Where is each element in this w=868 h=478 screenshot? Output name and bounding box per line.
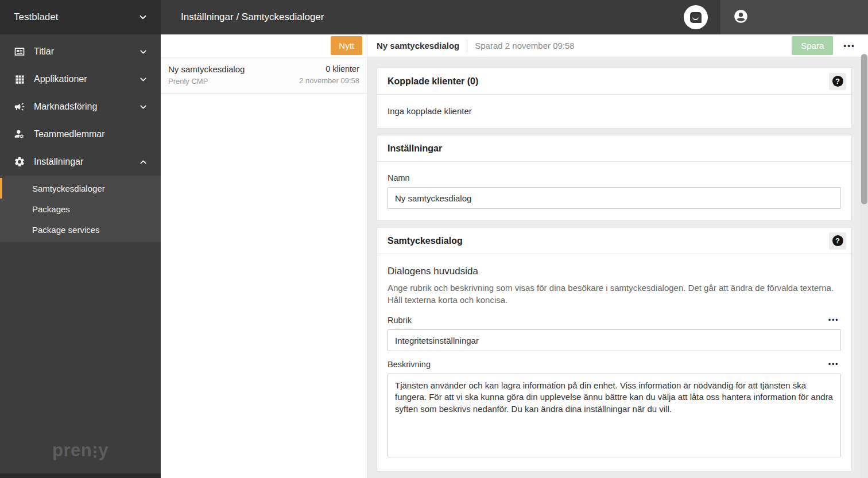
sidebar-footer-bar bbox=[0, 473, 161, 478]
list-item-left: Ny samtyckesdialog Prenly CMP bbox=[168, 64, 245, 86]
card-header: Inställningar bbox=[377, 135, 851, 162]
help-button[interactable]: ? bbox=[829, 73, 846, 90]
connected-clients-card: Kopplade klienter (0) ? Inga kopplade kl… bbox=[377, 68, 852, 129]
name-input[interactable] bbox=[388, 187, 841, 209]
help-button[interactable]: ? bbox=[829, 232, 846, 250]
sidebar-item-package-services[interactable]: Package services bbox=[0, 219, 161, 240]
chevron-down-icon bbox=[138, 102, 148, 112]
beskrivning-label: Beskrivning bbox=[388, 360, 431, 369]
section-description: Ange rubrik och beskrivning som visas fö… bbox=[388, 282, 841, 306]
ellipsis-icon: ••• bbox=[828, 360, 839, 368]
list-item-clients: 0 klienter bbox=[299, 64, 359, 73]
sidebar-item-titlar[interactable]: Titlar bbox=[0, 38, 161, 65]
sidebar-item-label: Marknadsföring bbox=[34, 102, 97, 112]
logo-dots-icon bbox=[94, 446, 96, 458]
name-label: Namn bbox=[388, 173, 841, 182]
sidebar-item-label: Inställningar bbox=[34, 157, 83, 167]
org-switcher[interactable]: Testbladet bbox=[0, 0, 161, 34]
support-chat-button[interactable] bbox=[684, 5, 708, 29]
list-item-date: 2 november 09:58 bbox=[299, 76, 359, 85]
breadcrumb: Inställningar / Samtyckesdialoger bbox=[161, 11, 324, 23]
document-header: Ny samtyckesdialog Sparad 2 november 09:… bbox=[367, 34, 868, 57]
document-title: Ny samtyckesdialog bbox=[377, 41, 459, 50]
rubrik-more-button[interactable]: ••• bbox=[826, 314, 841, 325]
divider bbox=[467, 40, 467, 52]
sub-item-label: Samtyckesdialoger bbox=[32, 184, 105, 193]
sub-item-label: Package services bbox=[32, 225, 100, 235]
card-body: Dialogens huvudsida Ange rubrik och besk… bbox=[377, 254, 851, 471]
sidebar-nav: Titlar Applikationer Marknadsföring bbox=[0, 34, 161, 242]
sub-item-label: Packages bbox=[32, 204, 70, 214]
team-member-icon bbox=[14, 129, 25, 140]
chevron-up-icon bbox=[138, 157, 148, 167]
list-item-right: 0 klienter 2 november 09:58 bbox=[299, 64, 359, 86]
main-column: Inställningar / Samtyckesdialoger Nytt N… bbox=[161, 0, 868, 478]
card-body: Namn bbox=[377, 162, 851, 220]
consent-dialog-card: Samtyckesdialog ? Dialogens huvudsida An… bbox=[377, 227, 852, 472]
card-header: Kopplade klienter (0) ? bbox=[377, 68, 851, 95]
card-body: Inga kopplade klienter bbox=[377, 95, 851, 128]
topbar: Inställningar / Samtyckesdialoger bbox=[161, 0, 868, 34]
ellipsis-icon: ••• bbox=[843, 41, 855, 50]
chevron-down-icon bbox=[138, 12, 148, 22]
scrollbar[interactable] bbox=[861, 57, 868, 478]
card-title: Samtyckesdialog bbox=[388, 236, 463, 246]
rubrik-label: Rubrik bbox=[388, 316, 412, 325]
card-title: Inställningar bbox=[388, 143, 442, 154]
card-title: Kopplade klienter (0) bbox=[388, 76, 478, 87]
list-panel-header: Nytt bbox=[161, 34, 367, 57]
account-button[interactable] bbox=[733, 9, 749, 26]
consent-dialog-list: Ny samtyckesdialog Prenly CMP 0 klienter… bbox=[161, 57, 367, 478]
section-title: Dialogens huvudsida bbox=[388, 266, 841, 277]
topbar-right-section bbox=[720, 0, 868, 34]
ellipsis-icon: ••• bbox=[828, 316, 839, 324]
beskrivning-textarea[interactable]: Tjänsten använder och kan lagra informat… bbox=[388, 374, 841, 457]
settings-card: Inställningar Namn bbox=[377, 135, 852, 221]
sidebar-item-packages[interactable]: Packages bbox=[0, 199, 161, 219]
help-icon: ? bbox=[832, 235, 843, 246]
save-button[interactable]: Spara bbox=[792, 36, 833, 55]
newspaper-icon bbox=[14, 46, 25, 57]
card-header: Samtyckesdialog ? bbox=[377, 228, 851, 254]
logo-text: y bbox=[98, 440, 108, 461]
rubrik-field-row: Rubrik ••• bbox=[388, 314, 841, 325]
sidebar-item-marknadsforing[interactable]: Marknadsföring bbox=[0, 93, 161, 121]
beskrivning-more-button[interactable]: ••• bbox=[826, 359, 841, 370]
subheader: Nytt Ny samtyckesdialog Sparad 2 novembe… bbox=[161, 34, 868, 57]
sidebar-item-samtyckesdialoger[interactable]: Samtyckesdialoger bbox=[0, 178, 161, 199]
sidebar-item-label: Applikationer bbox=[34, 74, 87, 84]
apps-grid-icon bbox=[14, 73, 25, 85]
scrollbar-thumb[interactable] bbox=[861, 54, 867, 204]
org-name: Testbladet bbox=[14, 11, 59, 23]
settings-submenu: Samtyckesdialoger Packages Package servi… bbox=[0, 176, 161, 242]
megaphone-icon bbox=[14, 101, 25, 112]
account-circle-icon bbox=[733, 9, 749, 26]
sidebar-item-installningar[interactable]: Inställningar bbox=[0, 148, 161, 176]
empty-clients-text: Inga kopplade klienter bbox=[388, 106, 472, 116]
new-item-button[interactable]: Nytt bbox=[331, 36, 362, 55]
rubrik-input[interactable] bbox=[388, 329, 841, 351]
sidebar-item-label: Titlar bbox=[34, 46, 54, 57]
sidebar-item-label: Teammedlemmar bbox=[34, 129, 105, 139]
content-area: Ny samtyckesdialog Prenly CMP 0 klienter… bbox=[161, 57, 868, 478]
chat-bubble-icon bbox=[690, 12, 702, 23]
chevron-down-icon bbox=[138, 47, 148, 57]
help-icon: ? bbox=[832, 76, 843, 87]
logo-text: pren bbox=[52, 440, 92, 461]
detail-panel: Kopplade klienter (0) ? Inga kopplade kl… bbox=[367, 57, 868, 478]
list-item[interactable]: Ny samtyckesdialog Prenly CMP 0 klienter… bbox=[161, 57, 367, 94]
beskrivning-field-row: Beskrivning ••• bbox=[388, 359, 841, 370]
chevron-down-icon bbox=[138, 75, 148, 84]
gear-icon bbox=[14, 156, 25, 168]
prenly-logo: pren y bbox=[52, 440, 108, 461]
more-options-button[interactable]: ••• bbox=[842, 39, 857, 53]
save-status: Sparad 2 november 09:58 bbox=[475, 41, 574, 50]
list-item-subtitle: Prenly CMP bbox=[168, 77, 245, 86]
sidebar-item-applikationer[interactable]: Applikationer bbox=[0, 65, 161, 93]
sidebar: Testbladet Titlar Applikationer bbox=[0, 0, 161, 478]
sidebar-item-teammedlemmar[interactable]: Teammedlemmar bbox=[0, 121, 161, 148]
list-item-title: Ny samtyckesdialog bbox=[168, 64, 245, 74]
